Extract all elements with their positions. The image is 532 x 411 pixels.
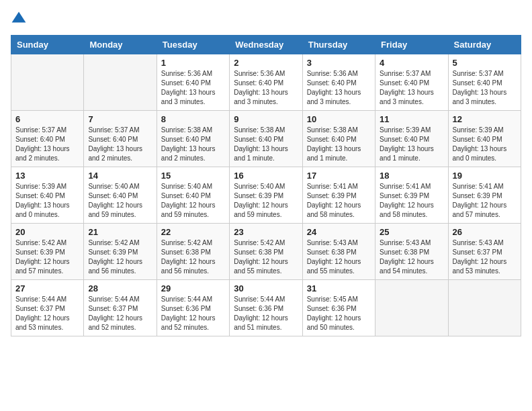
day-number: 31 (307, 283, 371, 293)
calendar-cell: 25Sunrise: 5:43 AM Sunset: 6:38 PM Dayli… (375, 224, 448, 280)
day-info: Sunrise: 5:37 AM Sunset: 6:40 PM Dayligh… (15, 126, 79, 163)
calendar-cell: 4Sunrise: 5:37 AM Sunset: 6:40 PM Daylig… (375, 54, 448, 111)
day-info: Sunrise: 5:36 AM Sunset: 6:40 PM Dayligh… (234, 69, 298, 107)
calendar-cell (84, 54, 157, 111)
day-number: 29 (161, 283, 225, 293)
day-number: 23 (234, 227, 298, 237)
day-number: 18 (380, 171, 443, 181)
day-info: Sunrise: 5:43 AM Sunset: 6:38 PM Dayligh… (307, 238, 371, 276)
day-info: Sunrise: 5:40 AM Sunset: 6:39 PM Dayligh… (234, 182, 298, 220)
calendar-header-row: SundayMondayTuesdayWednesdayThursdayFrid… (11, 36, 521, 54)
day-number: 30 (234, 283, 298, 293)
day-info: Sunrise: 5:43 AM Sunset: 6:38 PM Dayligh… (380, 238, 443, 276)
calendar-cell (448, 280, 521, 336)
day-number: 8 (161, 114, 225, 124)
calendar-header-thursday: Thursday (302, 36, 375, 54)
day-number: 5 (453, 58, 517, 68)
day-info: Sunrise: 5:36 AM Sunset: 6:40 PM Dayligh… (307, 69, 371, 107)
day-info: Sunrise: 5:37 AM Sunset: 6:40 PM Dayligh… (453, 69, 517, 107)
day-info: Sunrise: 5:39 AM Sunset: 6:40 PM Dayligh… (453, 126, 517, 163)
calendar-cell (11, 54, 84, 111)
day-number: 4 (380, 58, 443, 68)
day-number: 7 (88, 114, 152, 124)
calendar-cell: 31Sunrise: 5:45 AM Sunset: 6:36 PM Dayli… (302, 280, 375, 336)
day-number: 12 (453, 114, 517, 124)
day-info: Sunrise: 5:44 AM Sunset: 6:36 PM Dayligh… (161, 295, 225, 332)
day-info: Sunrise: 5:41 AM Sunset: 6:39 PM Dayligh… (453, 182, 517, 220)
calendar-cell: 17Sunrise: 5:41 AM Sunset: 6:39 PM Dayli… (302, 167, 375, 224)
day-number: 13 (15, 171, 79, 181)
day-info: Sunrise: 5:41 AM Sunset: 6:39 PM Dayligh… (307, 182, 371, 220)
day-info: Sunrise: 5:42 AM Sunset: 6:38 PM Dayligh… (161, 238, 225, 276)
day-number: 17 (307, 171, 371, 181)
calendar-cell: 3Sunrise: 5:36 AM Sunset: 6:40 PM Daylig… (302, 54, 375, 111)
day-number: 20 (15, 227, 79, 237)
day-number: 26 (453, 227, 517, 237)
calendar-header-wednesday: Wednesday (230, 36, 302, 54)
calendar-cell: 27Sunrise: 5:44 AM Sunset: 6:37 PM Dayli… (11, 280, 84, 336)
calendar-cell: 28Sunrise: 5:44 AM Sunset: 6:37 PM Dayli… (84, 280, 157, 336)
calendar-header-friday: Friday (375, 36, 448, 54)
calendar-header-saturday: Saturday (448, 36, 521, 54)
calendar-cell: 6Sunrise: 5:37 AM Sunset: 6:40 PM Daylig… (11, 111, 84, 167)
calendar-header-sunday: Sunday (11, 36, 84, 54)
day-number: 14 (88, 171, 152, 181)
day-info: Sunrise: 5:40 AM Sunset: 6:40 PM Dayligh… (161, 182, 225, 220)
calendar-cell: 29Sunrise: 5:44 AM Sunset: 6:36 PM Dayli… (157, 280, 229, 336)
calendar-week-row: 20Sunrise: 5:42 AM Sunset: 6:39 PM Dayli… (11, 224, 521, 280)
calendar-cell: 14Sunrise: 5:40 AM Sunset: 6:40 PM Dayli… (84, 167, 157, 224)
page-header (11, 11, 521, 27)
day-info: Sunrise: 5:44 AM Sunset: 6:37 PM Dayligh… (88, 295, 152, 332)
calendar-cell: 22Sunrise: 5:42 AM Sunset: 6:38 PM Dayli… (157, 224, 229, 280)
calendar-cell: 11Sunrise: 5:39 AM Sunset: 6:40 PM Dayli… (375, 111, 448, 167)
day-number: 2 (234, 58, 298, 68)
calendar-header-tuesday: Tuesday (157, 36, 229, 54)
day-number: 6 (15, 114, 79, 124)
day-number: 21 (88, 227, 152, 237)
calendar-cell: 12Sunrise: 5:39 AM Sunset: 6:40 PM Dayli… (448, 111, 521, 167)
calendar-cell: 24Sunrise: 5:43 AM Sunset: 6:38 PM Dayli… (302, 224, 375, 280)
day-info: Sunrise: 5:38 AM Sunset: 6:40 PM Dayligh… (161, 126, 225, 163)
day-info: Sunrise: 5:42 AM Sunset: 6:39 PM Dayligh… (15, 238, 79, 276)
calendar-header-monday: Monday (84, 36, 157, 54)
logo-icon (11, 11, 27, 27)
day-number: 19 (453, 171, 517, 181)
day-info: Sunrise: 5:42 AM Sunset: 6:39 PM Dayligh… (88, 238, 152, 276)
day-number: 25 (380, 227, 443, 237)
day-number: 24 (307, 227, 371, 237)
day-number: 28 (88, 283, 152, 293)
calendar-cell: 5Sunrise: 5:37 AM Sunset: 6:40 PM Daylig… (448, 54, 521, 111)
day-info: Sunrise: 5:37 AM Sunset: 6:40 PM Dayligh… (88, 126, 152, 163)
day-info: Sunrise: 5:38 AM Sunset: 6:40 PM Dayligh… (307, 126, 371, 163)
day-number: 9 (234, 114, 298, 124)
day-number: 22 (161, 227, 225, 237)
calendar-cell: 20Sunrise: 5:42 AM Sunset: 6:39 PM Dayli… (11, 224, 84, 280)
day-number: 3 (307, 58, 371, 68)
calendar-cell: 26Sunrise: 5:43 AM Sunset: 6:37 PM Dayli… (448, 224, 521, 280)
day-info: Sunrise: 5:40 AM Sunset: 6:40 PM Dayligh… (88, 182, 152, 220)
day-info: Sunrise: 5:41 AM Sunset: 6:39 PM Dayligh… (380, 182, 443, 220)
day-info: Sunrise: 5:44 AM Sunset: 6:37 PM Dayligh… (15, 295, 79, 332)
day-info: Sunrise: 5:39 AM Sunset: 6:40 PM Dayligh… (15, 182, 79, 220)
calendar-cell: 9Sunrise: 5:38 AM Sunset: 6:40 PM Daylig… (230, 111, 302, 167)
day-number: 27 (15, 283, 79, 293)
calendar-cell: 1Sunrise: 5:36 AM Sunset: 6:40 PM Daylig… (157, 54, 229, 111)
day-number: 10 (307, 114, 371, 124)
calendar-cell: 7Sunrise: 5:37 AM Sunset: 6:40 PM Daylig… (84, 111, 157, 167)
svg-marker-0 (12, 12, 26, 23)
calendar-cell: 13Sunrise: 5:39 AM Sunset: 6:40 PM Dayli… (11, 167, 84, 224)
calendar-week-row: 13Sunrise: 5:39 AM Sunset: 6:40 PM Dayli… (11, 167, 521, 224)
calendar-cell: 15Sunrise: 5:40 AM Sunset: 6:40 PM Dayli… (157, 167, 229, 224)
calendar-week-row: 1Sunrise: 5:36 AM Sunset: 6:40 PM Daylig… (11, 54, 521, 111)
calendar-cell: 18Sunrise: 5:41 AM Sunset: 6:39 PM Dayli… (375, 167, 448, 224)
day-number: 15 (161, 171, 225, 181)
calendar-cell: 19Sunrise: 5:41 AM Sunset: 6:39 PM Dayli… (448, 167, 521, 224)
day-info: Sunrise: 5:39 AM Sunset: 6:40 PM Dayligh… (380, 126, 443, 163)
calendar-cell: 8Sunrise: 5:38 AM Sunset: 6:40 PM Daylig… (157, 111, 229, 167)
day-info: Sunrise: 5:42 AM Sunset: 6:38 PM Dayligh… (234, 238, 298, 276)
calendar-cell: 21Sunrise: 5:42 AM Sunset: 6:39 PM Dayli… (84, 224, 157, 280)
calendar-table: SundayMondayTuesdayWednesdayThursdayFrid… (11, 35, 521, 336)
day-info: Sunrise: 5:38 AM Sunset: 6:40 PM Dayligh… (234, 126, 298, 163)
day-number: 11 (380, 114, 443, 124)
day-info: Sunrise: 5:43 AM Sunset: 6:37 PM Dayligh… (453, 238, 517, 276)
